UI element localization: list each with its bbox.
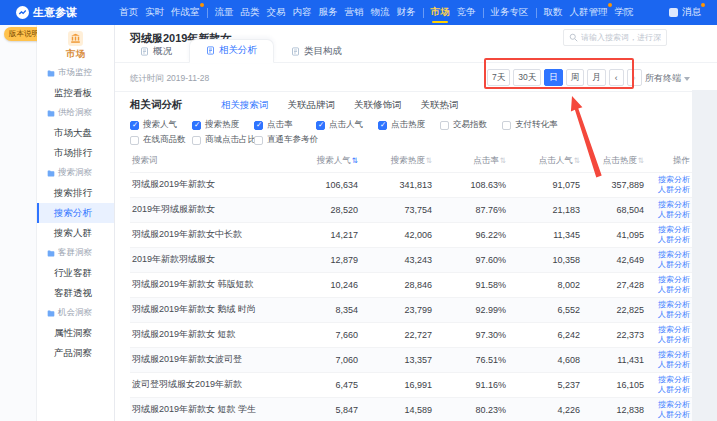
checkbox-icon bbox=[440, 121, 449, 130]
metric-checkbox-row1-2[interactable]: 点击率 bbox=[254, 119, 293, 131]
search-analysis-link[interactable]: 搜索分析 bbox=[648, 200, 690, 210]
navbar-item-19[interactable]: 人群管理 bbox=[570, 0, 608, 25]
search-analysis-link[interactable]: 搜索分析 bbox=[648, 325, 690, 335]
sidebar-item-4[interactable]: 市场排行 bbox=[37, 143, 114, 163]
navbar-item-0[interactable]: 首页 bbox=[119, 0, 138, 25]
sort-icon[interactable]: ⇅ bbox=[574, 156, 580, 165]
sidebar-item-14[interactable]: 产品洞察 bbox=[37, 343, 114, 363]
navbar-item-4[interactable]: 流量 bbox=[215, 0, 234, 25]
metric-label: 商城点击占比 bbox=[205, 134, 256, 146]
tab-2[interactable]: 类目构成 bbox=[274, 39, 359, 63]
metric-checkbox-row2-2[interactable]: 直通车参考价 bbox=[254, 134, 318, 146]
page-tabs: 概况相关分析类目构成 bbox=[123, 39, 359, 63]
search-analysis-link[interactable]: 搜索分析 bbox=[648, 275, 690, 285]
column-header-4[interactable]: 点击人气⇅ bbox=[508, 150, 582, 172]
navbar-item-13[interactable]: 市场 bbox=[431, 0, 450, 25]
value-cell: 14,589 bbox=[360, 397, 434, 421]
metric-checkbox-row2-1[interactable]: 商城点击占比 bbox=[192, 134, 256, 146]
sidebar-item-8[interactable]: 搜索人群 bbox=[37, 223, 114, 243]
crowd-analysis-link[interactable]: 人群分析 bbox=[648, 385, 690, 395]
search-analysis-link[interactable]: 搜索分析 bbox=[648, 225, 690, 235]
analysis-tab-0[interactable]: 相关搜索词 bbox=[221, 99, 269, 112]
navbar-item-6[interactable]: 交易 bbox=[267, 0, 286, 25]
search-analysis-link[interactable]: 搜索分析 bbox=[648, 250, 690, 260]
tab-0[interactable]: 概况 bbox=[123, 39, 189, 63]
metric-checkbox-row2-0[interactable]: 在线商品数 bbox=[130, 134, 186, 146]
column-header-5[interactable]: 点击热度⇅ bbox=[582, 150, 646, 172]
navbar-item-18[interactable]: 取数 bbox=[544, 0, 563, 25]
crowd-analysis-link[interactable]: 人群分析 bbox=[648, 285, 690, 295]
crowd-analysis-link[interactable]: 人群分析 bbox=[648, 360, 690, 370]
crowd-analysis-link[interactable]: 人群分析 bbox=[648, 210, 690, 220]
tab-1[interactable]: 相关分析 bbox=[189, 39, 274, 63]
sort-icon[interactable]: ⇅ bbox=[500, 156, 506, 165]
navbar-item-11[interactable]: 财务 bbox=[397, 0, 416, 25]
column-header-2[interactable]: 搜索热度⇅ bbox=[360, 150, 434, 172]
stat-time: 统计时间 2019-11-28 bbox=[130, 73, 209, 85]
sidebar-item-13[interactable]: 属性洞察 bbox=[37, 323, 114, 343]
table-body: 羽绒服2019年新款女106,634341,813108.63%91,07535… bbox=[130, 172, 692, 421]
search-box[interactable] bbox=[563, 29, 667, 46]
analysis-tab-2[interactable]: 关联修饰词 bbox=[354, 99, 402, 112]
crowd-analysis-link[interactable]: 人群分析 bbox=[648, 185, 690, 195]
metric-checkbox-row1-0[interactable]: 搜索人气 bbox=[130, 119, 177, 131]
sort-icon[interactable]: ⇅ bbox=[638, 156, 644, 165]
date-button-3[interactable]: 周 bbox=[566, 69, 585, 86]
date-button-1[interactable]: 30天 bbox=[513, 69, 541, 86]
terminal-filter-dropdown[interactable]: 所有终端 bbox=[645, 72, 690, 85]
date-button-4[interactable]: 月 bbox=[587, 69, 606, 86]
sidebar-item-11[interactable]: 客群透视 bbox=[37, 283, 114, 303]
sidebar-item-7[interactable]: 搜索分析 bbox=[37, 203, 114, 223]
date-button-2[interactable]: 日 bbox=[544, 69, 563, 86]
search-analysis-link[interactable]: 搜索分析 bbox=[648, 300, 690, 310]
crowd-analysis-link[interactable]: 人群分析 bbox=[648, 310, 690, 320]
date-button-6[interactable]: › bbox=[627, 69, 642, 86]
navbar-item-10[interactable]: 物流 bbox=[371, 0, 390, 25]
navbar-user[interactable]: 消息 bbox=[669, 0, 707, 25]
crowd-analysis-link[interactable]: 人群分析 bbox=[648, 235, 690, 245]
metric-checkbox-row1-1[interactable]: 搜索热度 bbox=[192, 119, 239, 131]
navbar-item-2[interactable]: 作战室 bbox=[171, 0, 200, 25]
value-cell: 11,431 bbox=[582, 347, 646, 372]
app-logo[interactable]: 生意参谋 bbox=[16, 5, 77, 20]
metric-checkbox-row1-4[interactable]: 点击热度 bbox=[378, 119, 425, 131]
column-header-3[interactable]: 点击率⇅ bbox=[434, 150, 508, 172]
value-cell: 73,754 bbox=[360, 197, 434, 222]
table-row-0: 羽绒服2019年新款女106,634341,813108.63%91,07535… bbox=[130, 172, 692, 197]
navbar-item-5[interactable]: 品类 bbox=[241, 0, 260, 25]
analysis-tab-3[interactable]: 关联热词 bbox=[421, 99, 459, 112]
date-button-0[interactable]: 7天 bbox=[487, 69, 510, 86]
search-analysis-link[interactable]: 搜索分析 bbox=[648, 350, 690, 360]
navbar-item-7[interactable]: 内容 bbox=[293, 0, 312, 25]
actions-cell: 搜索分析人群分析 bbox=[646, 322, 692, 347]
column-header-1[interactable]: 搜索人气⇅ bbox=[298, 150, 360, 172]
metric-checkbox-row1-5[interactable]: 交易指数 bbox=[440, 119, 487, 131]
sidebar-item-3[interactable]: 市场大盘 bbox=[37, 123, 114, 143]
analysis-tab-1[interactable]: 关联品牌词 bbox=[288, 99, 336, 112]
crowd-analysis-link[interactable]: 人群分析 bbox=[648, 410, 690, 420]
date-button-5[interactable]: ‹ bbox=[609, 69, 624, 86]
navbar-item-14[interactable]: 竞争 bbox=[457, 0, 476, 25]
metric-checkbox-row1-6[interactable]: 支付转化率 bbox=[502, 119, 558, 131]
crowd-analysis-link[interactable]: 人群分析 bbox=[648, 335, 690, 345]
sidebar-module-header[interactable]: 市场 bbox=[37, 25, 114, 63]
value-cell: 8,002 bbox=[508, 272, 582, 297]
sidebar-item-1[interactable]: 监控看板 bbox=[37, 83, 114, 103]
crowd-analysis-link[interactable]: 人群分析 bbox=[648, 260, 690, 270]
search-analysis-link[interactable]: 搜索分析 bbox=[648, 175, 690, 185]
navbar-item-20[interactable]: 学院 bbox=[615, 0, 634, 25]
navbar-item-1[interactable]: 实时 bbox=[145, 0, 164, 25]
search-analysis-link[interactable]: 搜索分析 bbox=[648, 400, 690, 410]
keyword-cell: 羽绒服2019年新款女中长款 bbox=[130, 222, 298, 247]
search-input[interactable] bbox=[581, 33, 661, 42]
navbar-divider bbox=[207, 8, 208, 18]
metric-checkbox-row1-3[interactable]: 点击人气 bbox=[316, 119, 363, 131]
sidebar-item-10[interactable]: 行业客群 bbox=[37, 263, 114, 283]
navbar-item-8[interactable]: 服务 bbox=[319, 0, 338, 25]
search-analysis-link[interactable]: 搜索分析 bbox=[648, 375, 690, 385]
sort-icon[interactable]: ⇅ bbox=[352, 156, 358, 165]
navbar-item-9[interactable]: 营销 bbox=[345, 0, 364, 25]
navbar-item-16[interactable]: 业务专区 bbox=[491, 0, 529, 25]
sidebar-item-6[interactable]: 搜索排行 bbox=[37, 183, 114, 203]
sort-icon[interactable]: ⇅ bbox=[426, 156, 432, 165]
